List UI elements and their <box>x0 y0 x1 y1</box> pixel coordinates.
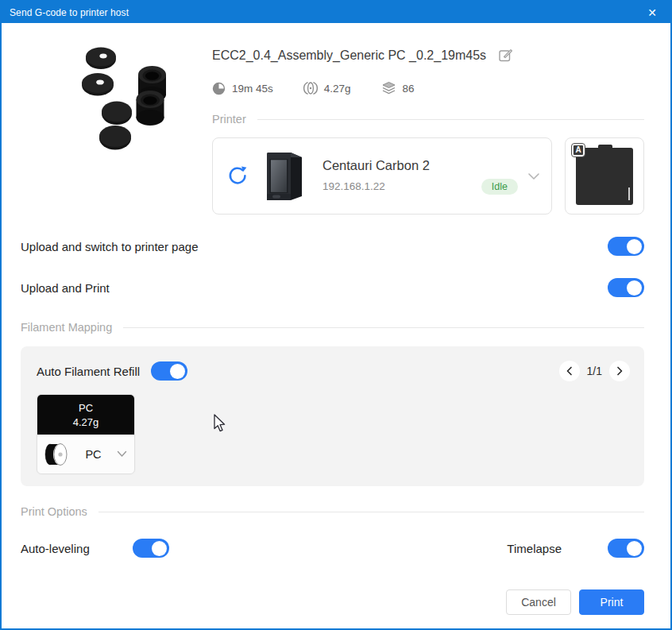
printer-status-badge: Idle <box>481 179 518 195</box>
printer-subrow: 192.168.1.22 Idle <box>322 179 526 195</box>
filament-mapping-label: Filament Mapping <box>21 321 112 334</box>
close-icon[interactable]: ✕ <box>642 6 662 19</box>
slicer-filament-info: PC 4.27g <box>37 395 134 435</box>
next-page-button[interactable] <box>609 361 630 381</box>
dialog-title: Send G-code to printer host <box>10 7 129 18</box>
slot-material: PC <box>79 402 93 414</box>
refresh-printers-icon[interactable] <box>226 165 249 187</box>
upload-print-toggle[interactable] <box>608 278 644 297</box>
printer-section-label: Printer <box>212 113 246 126</box>
upload-print-row: Upload and Print <box>21 278 644 297</box>
chevron-down-icon[interactable] <box>527 172 540 180</box>
section-divider <box>257 119 644 120</box>
filament-weight-stat: 4.27g <box>303 81 351 95</box>
top-section: ECC2_0.4_Assembly_Generic PC _0.2_19m45s <box>21 36 644 215</box>
filament-spool-icon <box>303 81 318 95</box>
upload-print-label: Upload and Print <box>21 281 110 295</box>
printer-image <box>259 150 308 203</box>
time-icon <box>212 82 226 95</box>
auto-leveling-label: Auto-leveling <box>21 542 90 555</box>
timelapse-label: Timelapse <box>507 542 562 555</box>
prev-page-button[interactable] <box>559 361 580 381</box>
auto-refill-toggle[interactable] <box>151 361 187 381</box>
dialog-content: ECC2_0.4_Assembly_Generic PC _0.2_19m45s <box>2 36 670 615</box>
mapped-material-value: PC <box>70 448 117 461</box>
auto-leveling-group: Auto-leveling <box>21 539 169 558</box>
page-indicator: 1/1 <box>587 365 602 377</box>
timelapse-group: Timelapse <box>507 539 644 558</box>
auto-leveling-toggle[interactable] <box>133 539 169 558</box>
section-divider <box>98 512 644 512</box>
rename-icon[interactable] <box>497 47 514 64</box>
layers-icon <box>381 81 396 95</box>
send-gcode-dialog: Send G-code to printer host ✕ <box>0 0 672 630</box>
printer-select-card[interactable]: Centauri Carbon 2 192.168.1.22 Idle <box>212 137 552 215</box>
timelapse-toggle[interactable] <box>608 539 644 558</box>
mapped-filament-dropdown[interactable]: PC <box>37 435 134 473</box>
filament-slot-card: PC 4.27g PC <box>37 394 135 474</box>
filament-panel-toprow: Auto Filament Refill 1/1 <box>37 361 630 381</box>
printer-ip: 192.168.1.22 <box>322 180 385 192</box>
print-time-stat: 19m 45s <box>212 82 273 95</box>
model-preview-image <box>21 36 211 195</box>
filament-mapping-panel: Auto Filament Refill 1/1 PC 4.27g <box>21 346 644 486</box>
dialog-footer: Cancel Print <box>21 589 644 615</box>
section-divider <box>123 327 644 328</box>
layer-count-value: 86 <box>403 83 415 95</box>
filament-weight-value: 4.27g <box>324 83 351 95</box>
top-right-column: ECC2_0.4_Assembly_Generic PC _0.2_19m45s <box>212 36 644 215</box>
print-button[interactable]: Print <box>579 589 644 615</box>
upload-switch-row: Upload and switch to printer page <box>21 237 644 256</box>
build-plate-card[interactable]: A <box>565 137 644 215</box>
print-options-label: Print Options <box>21 505 87 518</box>
layer-count-stat: 86 <box>381 81 415 95</box>
slot-weight: 4.27g <box>73 416 99 428</box>
model-thumbnail <box>21 36 212 215</box>
build-plate-image: A <box>576 148 633 205</box>
upload-switch-toggle[interactable] <box>608 237 644 256</box>
filament-mapping-header: Filament Mapping <box>21 321 644 334</box>
file-row: ECC2_0.4_Assembly_Generic PC _0.2_19m45s <box>212 47 644 64</box>
auto-refill-label: Auto Filament Refill <box>37 365 140 378</box>
print-options-row: Auto-leveling Timelapse <box>21 539 644 558</box>
printer-name: Centauri Carbon 2 <box>322 158 526 173</box>
print-stats: 19m 45s 4.27g <box>212 81 644 95</box>
spool-icon <box>43 441 70 468</box>
printer-row: Centauri Carbon 2 192.168.1.22 Idle <box>212 137 644 215</box>
print-time-value: 19m 45s <box>232 83 273 95</box>
gcode-file-name: ECC2_0.4_Assembly_Generic PC _0.2_19m45s <box>212 48 486 63</box>
plate-badge: A <box>572 144 585 157</box>
plate-pager: 1/1 <box>559 361 630 381</box>
chevron-down-icon <box>117 450 127 458</box>
dialog-titlebar[interactable]: Send G-code to printer host ✕ <box>2 2 670 23</box>
printer-info: Centauri Carbon 2 192.168.1.22 Idle <box>322 158 526 195</box>
print-options-header: Print Options <box>21 505 644 518</box>
printer-section-header: Printer <box>212 113 644 126</box>
upload-switch-label: Upload and switch to printer page <box>21 240 198 253</box>
cancel-button[interactable]: Cancel <box>506 589 571 615</box>
